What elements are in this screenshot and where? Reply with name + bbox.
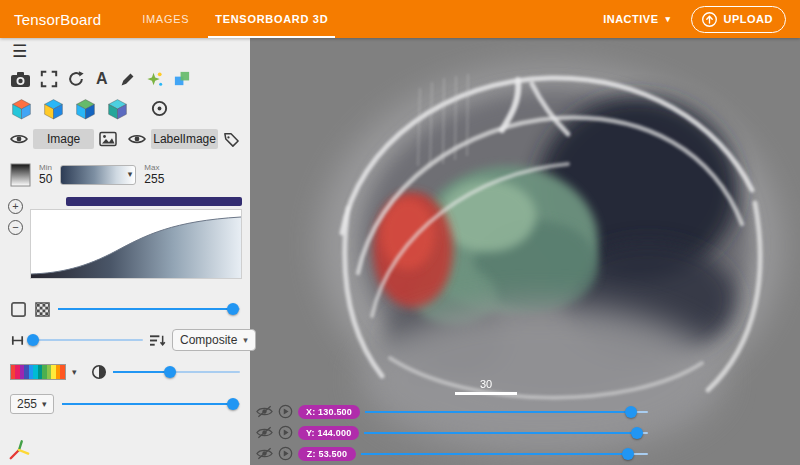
min-field[interactable]: Min 50 <box>39 164 52 186</box>
grayscale-gradient-icon[interactable] <box>10 163 31 187</box>
contrast-icon[interactable] <box>91 364 107 380</box>
sample-distance-slider[interactable] <box>31 333 143 347</box>
run-status-dropdown[interactable]: INACTIVE ▾ <box>603 13 670 25</box>
upload-label: UPLOAD <box>724 13 773 25</box>
slider-knob[interactable] <box>631 427 643 439</box>
component-range-value: 255 <box>17 397 37 411</box>
scale-bar-line <box>455 392 517 395</box>
image-visibility-eye-icon[interactable] <box>10 133 28 145</box>
y-slice-slider[interactable] <box>364 426 648 440</box>
slider-knob[interactable] <box>227 303 239 315</box>
layer-labelimage-button[interactable]: LabelImage <box>151 129 218 149</box>
view-mode-toolbar <box>0 93 250 123</box>
tf-histogram[interactable] <box>30 209 242 279</box>
label-visibility-eye-icon[interactable] <box>128 133 146 145</box>
play-icon[interactable] <box>278 446 293 461</box>
gradient-opacity-slider[interactable] <box>58 302 240 316</box>
component-range-select[interactable]: 255 ▾ <box>10 394 54 414</box>
slice-slider-group: X: 130.500 Y: 144.000 <box>250 401 800 464</box>
volume-cube-button[interactable] <box>106 97 129 120</box>
play-icon[interactable] <box>278 404 293 419</box>
y-plane-cube-button[interactable] <box>42 97 65 120</box>
slider-fill <box>364 432 636 434</box>
slider-knob[interactable] <box>164 366 176 378</box>
z-slice-row: Z: 53.500 <box>250 443 800 464</box>
header-right: INACTIVE ▾ UPLOAD <box>603 6 786 33</box>
z-plane-cube-button[interactable] <box>74 97 97 120</box>
zoom-out-button[interactable]: − <box>8 220 23 235</box>
y-slice-row: Y: 144.000 <box>250 422 800 443</box>
slider-fill <box>113 371 170 373</box>
run-status-value: INACTIVE <box>603 13 658 25</box>
slider-knob[interactable] <box>27 334 39 346</box>
slider-knob[interactable] <box>622 448 634 460</box>
sort-descending-icon <box>149 333 166 348</box>
colormap-select[interactable]: ▾ <box>60 165 136 185</box>
tag-icon[interactable] <box>223 131 240 148</box>
slider-fill <box>58 308 233 310</box>
eye-off-icon[interactable] <box>256 447 273 460</box>
checkerboard-opacity-button[interactable] <box>34 301 51 318</box>
main-toolbar: A <box>0 65 250 93</box>
component-range-row: 255 ▾ <box>0 389 250 419</box>
play-icon[interactable] <box>278 425 293 440</box>
x-slice-slider[interactable] <box>365 405 648 419</box>
slider-knob[interactable] <box>625 406 637 418</box>
label-colormap-row: ▾ <box>0 357 250 387</box>
settings-panel: ☰ A <box>0 38 250 465</box>
x-slice-value-pill[interactable]: X: 130.500 <box>298 405 360 419</box>
chevron-down-icon: ▾ <box>666 15 671 24</box>
tab-tensorboard-3d[interactable]: TENSORBOARD 3D <box>202 0 341 38</box>
z-slice-slider[interactable] <box>361 447 648 461</box>
slider-knob[interactable] <box>227 398 239 410</box>
target-button[interactable] <box>150 99 169 118</box>
blend-mode-select[interactable]: Composite ▾ <box>172 329 256 351</box>
tab-bar: IMAGES TENSORBOARD 3D <box>129 0 341 38</box>
slider-fill <box>365 411 631 413</box>
slider-rail[interactable] <box>31 339 143 341</box>
eye-off-icon[interactable] <box>256 405 273 418</box>
min-value: 50 <box>39 173 52 186</box>
gradient-opacity-row <box>0 295 250 323</box>
blend-mode-row: Composite ▾ <box>0 325 250 355</box>
sample-distance-icon <box>10 333 25 348</box>
label-opacity-slider[interactable] <box>113 365 240 379</box>
pen-button[interactable] <box>119 71 136 88</box>
outline-square-button[interactable] <box>10 301 27 318</box>
scale-bar: 30 <box>455 378 517 395</box>
z-slice-value-pill[interactable]: Z: 53.500 <box>298 447 356 461</box>
components-icon[interactable] <box>173 70 191 88</box>
colormap-range-row: Min 50 ▾ Max 255 <box>0 157 250 193</box>
chevron-down-icon[interactable]: ▾ <box>72 367 77 377</box>
eye-off-icon[interactable] <box>256 426 273 439</box>
menu-toggle-button[interactable]: ☰ <box>0 38 30 62</box>
interpolation-sparkle-icon[interactable] <box>145 70 164 89</box>
blend-mode-value: Composite <box>180 333 237 347</box>
tf-range-bar[interactable] <box>66 197 242 206</box>
upload-icon <box>701 11 718 28</box>
chevron-down-icon: ▾ <box>128 169 133 179</box>
max-field[interactable]: Max 255 <box>144 164 164 186</box>
layer-selector-row: Image LabelImage <box>0 125 250 153</box>
render-viewport[interactable]: 30 X: 130.500 Y: 144.000 <box>250 38 800 465</box>
chevron-down-icon: ▾ <box>42 399 47 409</box>
upload-button[interactable]: UPLOAD <box>691 6 786 33</box>
tab-images[interactable]: IMAGES <box>129 0 202 38</box>
layer-image-button[interactable]: Image <box>33 129 94 149</box>
x-slice-row: X: 130.500 <box>250 401 800 422</box>
zoom-in-button[interactable]: + <box>8 199 23 214</box>
label-colormap-select[interactable] <box>10 364 66 380</box>
x-plane-cube-button[interactable] <box>10 97 33 120</box>
tf-main <box>30 197 242 279</box>
image-icon[interactable] <box>99 131 117 147</box>
y-slice-value-pill[interactable]: Y: 144.000 <box>298 426 359 440</box>
fullscreen-button[interactable] <box>40 70 58 88</box>
slider-fill <box>361 453 628 455</box>
axes-gizmo-icon[interactable] <box>8 439 30 461</box>
rotate-button[interactable] <box>67 70 85 88</box>
app-title: TensorBoard <box>14 11 101 28</box>
screenshot-camera-button[interactable] <box>10 71 31 88</box>
window-level-slider[interactable] <box>62 397 240 411</box>
slider-fill <box>62 403 233 405</box>
annotations-button[interactable]: A <box>94 70 110 88</box>
